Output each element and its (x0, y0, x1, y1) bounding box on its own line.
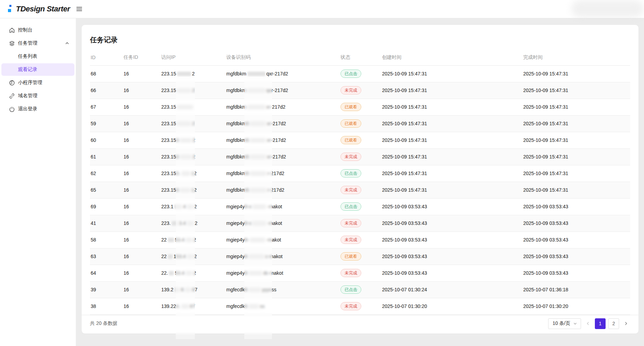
link-icon (9, 93, 15, 99)
cell-created: 2025-10-09 15:47:31 (381, 65, 523, 82)
header-redacted-area (571, 0, 644, 17)
chevron-up-icon (65, 41, 70, 46)
page-title: 任务记录 (90, 35, 630, 45)
cell-created: 2025-10-09 03:53:43 (381, 215, 523, 231)
cell-status: 已观看 (340, 248, 381, 265)
prev-page-button[interactable] (584, 318, 592, 329)
cell-id: 39 (90, 281, 123, 298)
cell-created: 2025-10-09 15:47:31 (381, 115, 523, 132)
cell-created: 2025-10-09 15:47:31 (381, 132, 523, 148)
page-button-1[interactable]: 1 (595, 318, 606, 329)
cell-finished: 2025-10-09 15:47:31 (523, 99, 630, 115)
cell-device: mgfdbkm5xr-217d2 (226, 148, 340, 165)
power-icon (9, 106, 15, 112)
cell-id: 66 (90, 82, 123, 99)
cell-finished: 2025-10-09 15:47:31 (523, 148, 630, 165)
cell-id: 67 (90, 99, 123, 115)
cell-device: mgfdbkm5xr-217d2 (226, 132, 340, 148)
cell-id: 63 (90, 248, 123, 265)
sidebar-nav: 控制台 任务管理 任务列表 观看记录 小程序管理 (0, 18, 76, 346)
table-row: 41 16 223.3.42 mgiep4y8-x-makot 未完成 2025… (90, 215, 630, 231)
cell-task-id: 16 (123, 165, 161, 182)
table-row: 62 16 223.153.12 mgfdbkm5r-217d2 已点击 202… (90, 165, 630, 182)
col-created: 创建时间 (381, 52, 523, 65)
cell-task-id: 16 (123, 265, 161, 281)
sidebar-item-logout[interactable]: 退出登录 (1, 103, 74, 115)
sidebar-item-dashboard[interactable]: 控制台 (1, 24, 74, 36)
cell-id: 59 (90, 115, 123, 132)
cell-status: 未完成 (340, 82, 381, 99)
table-row: 38 16 139.224.87 mgfecdk6ss 未完成 2025-10-… (90, 298, 630, 315)
sidebar-item-task-list[interactable]: 任务列表 (1, 50, 74, 63)
cell-finished: 2025-10-09 15:47:31 (523, 82, 630, 99)
cell-finished: 2025-10-07 01:36:18 (523, 281, 630, 298)
cell-device: mgfdbkmqxr-217d2 (226, 82, 340, 99)
cell-device: mgiep4y8c-makot (226, 248, 340, 265)
cell-task-id: 16 (123, 298, 161, 315)
cell-task-id: 16 (123, 115, 161, 132)
cell-status: 未完成 (340, 298, 381, 315)
cell-ip: 223.152 (161, 65, 226, 82)
status-badge: 未完成 (341, 219, 361, 227)
cell-task-id: 16 (123, 82, 161, 99)
status-badge: 未完成 (341, 269, 361, 277)
cell-device: mgfdbkm5r-217d2 (226, 165, 340, 182)
page-button-2[interactable]: 2 (608, 318, 619, 329)
records-table: ID 任务ID 访问IP 设备识别码 状态 创建时间 完成时间 68 16 22… (90, 52, 630, 315)
col-ip: 访问IP (161, 52, 226, 65)
miniprogram-icon (9, 80, 15, 86)
cell-id: 60 (90, 132, 123, 148)
cell-status: 已点击 (340, 65, 381, 82)
col-finished: 完成时间 (523, 52, 630, 65)
cell-created: 2025-10-09 15:47:31 (381, 99, 523, 115)
main-content: 任务记录 ID 任务ID 访问IP 设备识别码 状态 创建时间 完成时间 68 … (76, 18, 644, 346)
table-row: 65 16 223.15312 mgfdbkm5r-217d2 未完成 2025… (90, 182, 630, 198)
cell-created: 2025-10-09 15:47:31 (381, 148, 523, 165)
sidebar-item-domain[interactable]: 域名管理 (1, 90, 74, 102)
cell-ip: 223.15312 (161, 182, 226, 198)
hamburger-menu-icon[interactable] (75, 4, 84, 13)
cell-device: mgiep4y8dc-makot (226, 265, 340, 281)
status-badge: 未完成 (341, 86, 361, 94)
cell-ip: 223.152 (161, 115, 226, 132)
table-row: 60 16 223.1532 mgfdbkm5xr-217d2 已观看 2025… (90, 132, 630, 148)
tdesign-logo-icon (7, 4, 12, 14)
cell-task-id: 16 (123, 281, 161, 298)
total-count-label: 共 20 条数据 (90, 320, 117, 327)
sidebar-item-task-management[interactable]: 任务管理 (1, 37, 74, 49)
col-status: 状态 (340, 52, 381, 65)
cell-task-id: 16 (123, 215, 161, 231)
cell-ip: 223.142 (161, 198, 226, 215)
cell-finished: 2025-10-09 15:47:31 (523, 115, 630, 132)
table-row: 58 16 2253.42 mgiep4y8--makot 未完成 2025-1… (90, 231, 630, 248)
cell-task-id: 16 (123, 248, 161, 265)
cell-device: mgfdbkm5xr-217d2 (226, 115, 340, 132)
table-header-row: ID 任务ID 访问IP 设备识别码 状态 创建时间 完成时间 (90, 52, 630, 65)
cell-status: 未完成 (340, 182, 381, 198)
cell-id: 61 (90, 148, 123, 165)
cell-ip: 223.15 (161, 99, 226, 115)
cell-device: mgfecdk6yyysss (226, 281, 340, 298)
layers-icon (9, 40, 15, 46)
cell-ip: 139.2687 (161, 281, 226, 298)
chevron-down-icon (573, 321, 577, 326)
app-title: TDesign Starter (16, 4, 70, 13)
cell-id: 64 (90, 265, 123, 281)
cell-device: mgiep4y8--makot (226, 231, 340, 248)
cell-id: 41 (90, 215, 123, 231)
cell-task-id: 16 (123, 132, 161, 148)
page-size-select[interactable]: 10 条/页 (548, 318, 581, 329)
sidebar-item-miniprogram[interactable]: 小程序管理 (1, 76, 74, 89)
sidebar-item-watch-records[interactable]: 观看记录 (1, 63, 74, 76)
status-badge: 已观看 (341, 136, 361, 144)
status-badge: 已点击 (341, 169, 361, 177)
status-badge: 已点击 (341, 285, 361, 294)
status-badge: 未完成 (341, 302, 361, 310)
next-page-button[interactable] (622, 318, 630, 329)
app-logo[interactable]: TDesign Starter (0, 4, 70, 14)
cell-ip: 223.152 (161, 82, 226, 99)
status-badge: 未完成 (341, 236, 361, 244)
cell-finished: 2025-10-09 15:47:31 (523, 182, 630, 198)
pagination: 10 条/页 1 2 (548, 318, 630, 329)
cell-created: 2025-10-09 15:47:31 (381, 165, 523, 182)
